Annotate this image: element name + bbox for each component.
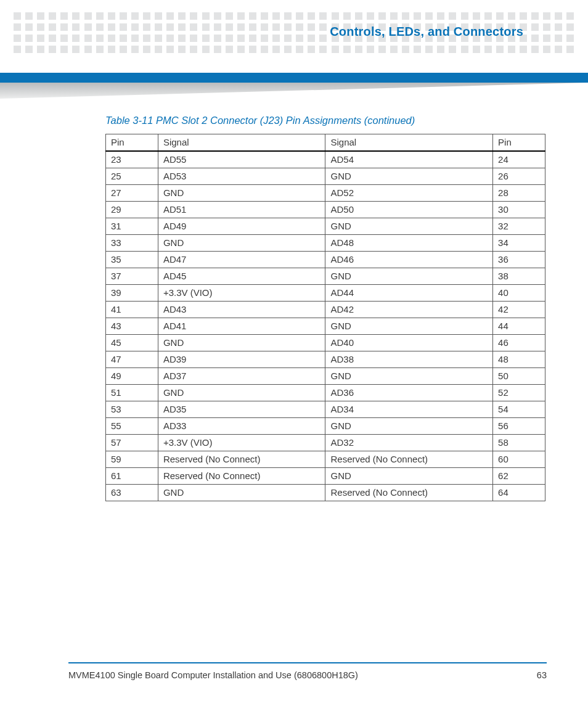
table-cell: 62: [493, 468, 545, 485]
table-cell: 57: [106, 435, 158, 451]
table-row: 49AD37GND50: [106, 368, 545, 385]
table-cell: Reserved (No Connect): [158, 451, 325, 468]
table-cell: 36: [493, 252, 545, 268]
table-cell: GND: [325, 218, 493, 235]
table-cell: 33: [106, 235, 158, 252]
table-cell: 26: [493, 168, 545, 185]
table-header-row: Pin Signal Signal Pin: [106, 134, 545, 152]
col-header-pin-left: Pin: [106, 134, 158, 152]
table-cell: AD46: [325, 252, 493, 268]
table-row: 43AD41GND44: [106, 318, 545, 335]
col-header-signal-right: Signal: [325, 134, 493, 152]
table-cell: AD39: [158, 351, 325, 368]
table-cell: 53: [106, 401, 158, 418]
table-cell: AD42: [325, 302, 493, 318]
table-cell: GND: [158, 185, 325, 202]
table-cell: 59: [106, 451, 158, 468]
table-cell: 23: [106, 151, 158, 168]
table-cell: AD47: [158, 252, 325, 268]
table-row: 35AD47AD4636: [106, 252, 545, 268]
table-cell: AD53: [158, 168, 325, 185]
table-cell: AD34: [325, 401, 493, 418]
table-cell: AD33: [158, 418, 325, 435]
table-row: 33GNDAD4834: [106, 235, 545, 252]
pin-assignment-table: Pin Signal Signal Pin 23AD55AD542425AD53…: [105, 134, 545, 501]
table-row: 51GNDAD3652: [106, 385, 545, 401]
table-cell: GND: [325, 368, 493, 385]
table-cell: 29: [106, 202, 158, 218]
table-cell: AD41: [158, 318, 325, 335]
table-row: 63GNDReserved (No Connect)64: [106, 485, 545, 501]
table-row: 57+3.3V (VIO)AD3258: [106, 435, 545, 451]
table-cell: AD36: [325, 385, 493, 401]
table-cell: 24: [493, 151, 545, 168]
table-cell: AD55: [158, 151, 325, 168]
table-row: 53AD35AD3454: [106, 401, 545, 418]
table-cell: +3.3V (VIO): [158, 285, 325, 302]
table-cell: 56: [493, 418, 545, 435]
table-cell: Reserved (No Connect): [158, 468, 325, 485]
table-row: 27GNDAD5228: [106, 185, 545, 202]
col-header-signal-left: Signal: [158, 134, 325, 152]
table-cell: 44: [493, 318, 545, 335]
table-row: 39+3.3V (VIO)AD4440: [106, 285, 545, 302]
table-cell: AD51: [158, 202, 325, 218]
table-cell: AD49: [158, 218, 325, 235]
table-cell: AD50: [325, 202, 493, 218]
table-cell: AD45: [158, 268, 325, 285]
footer-doc-title: MVME4100 Single Board Computer Installat…: [68, 670, 358, 680]
table-cell: 54: [493, 401, 545, 418]
col-header-pin-right: Pin: [493, 134, 545, 152]
table-cell: 49: [106, 368, 158, 385]
table-row: 45GNDAD4046: [106, 335, 545, 351]
table-cell: AD48: [325, 235, 493, 252]
table-cell: GND: [325, 318, 493, 335]
table-cell: 51: [106, 385, 158, 401]
table-cell: 40: [493, 285, 545, 302]
table-cell: 50: [493, 368, 545, 385]
header-blue-bar: [0, 73, 588, 83]
table-cell: +3.3V (VIO): [158, 435, 325, 451]
table-cell: 55: [106, 418, 158, 435]
table-row: 23AD55AD5424: [106, 151, 545, 168]
table-cell: GND: [325, 418, 493, 435]
table-cell: 45: [106, 335, 158, 351]
table-cell: 37: [106, 268, 158, 285]
page-number: 63: [537, 670, 547, 680]
table-row: 47AD39AD3848: [106, 351, 545, 368]
table-cell: 43: [106, 318, 158, 335]
table-row: 55AD33GND56: [106, 418, 545, 435]
footer-divider: [68, 662, 547, 663]
table-row: 25AD53GND26: [106, 168, 545, 185]
table-caption: Table 3-11 PMC Slot 2 Connector (J23) Pi…: [105, 115, 545, 126]
table-cell: AD32: [325, 435, 493, 451]
table-cell: 42: [493, 302, 545, 318]
table-cell: 25: [106, 168, 158, 185]
table-row: 41AD43AD4242: [106, 302, 545, 318]
table-cell: 32: [493, 218, 545, 235]
table-cell: GND: [325, 268, 493, 285]
table-cell: AD43: [158, 302, 325, 318]
table-cell: 27: [106, 185, 158, 202]
table-cell: AD35: [158, 401, 325, 418]
table-cell: 48: [493, 351, 545, 368]
table-cell: 47: [106, 351, 158, 368]
chapter-title: Controls, LEDs, and Connectors: [330, 25, 523, 39]
table-cell: 61: [106, 468, 158, 485]
table-cell: 52: [493, 385, 545, 401]
table-cell: AD54: [325, 151, 493, 168]
table-cell: 60: [493, 451, 545, 468]
table-row: 31AD49GND32: [106, 218, 545, 235]
table-cell: 28: [493, 185, 545, 202]
table-cell: 39: [106, 285, 158, 302]
table-cell: 63: [106, 485, 158, 501]
table-row: 59Reserved (No Connect)Reserved (No Conn…: [106, 451, 545, 468]
table-cell: GND: [158, 485, 325, 501]
table-cell: GND: [325, 468, 493, 485]
table-cell: 58: [493, 435, 545, 451]
table-row: 61Reserved (No Connect)GND62: [106, 468, 545, 485]
table-cell: 35: [106, 252, 158, 268]
table-cell: Reserved (No Connect): [325, 451, 493, 468]
table-row: 29AD51AD5030: [106, 202, 545, 218]
table-cell: GND: [325, 168, 493, 185]
